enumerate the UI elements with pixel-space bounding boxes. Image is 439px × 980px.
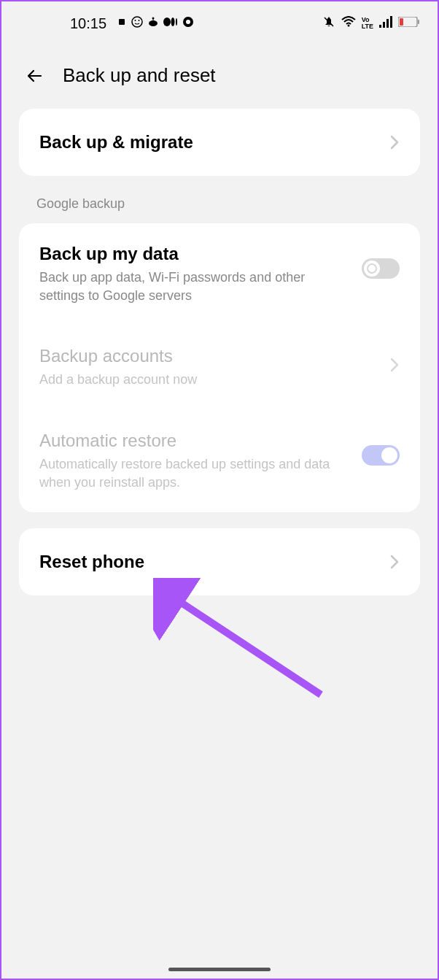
svg-point-1: [132, 17, 142, 27]
page-header: Back up and reset: [1, 42, 438, 109]
page-title: Back up and reset: [63, 64, 216, 87]
chevron-right-icon: [389, 357, 400, 373]
reddit-icon: [147, 16, 159, 31]
reset-phone-title: Reset phone: [39, 552, 144, 572]
backup-accounts-subtitle: Add a backup account now: [39, 371, 346, 389]
svg-rect-19: [418, 20, 419, 24]
medium-icon: [163, 17, 178, 30]
svg-point-13: [347, 25, 349, 27]
backup-migrate-item[interactable]: Back up & migrate: [19, 109, 420, 176]
automatic-restore-toggle: [362, 445, 400, 466]
automatic-restore-subtitle: Automatically restore backed up settings…: [39, 455, 346, 492]
status-time: 10:15: [70, 15, 106, 32]
svg-rect-15: [383, 22, 385, 28]
wifi-icon: [341, 16, 356, 31]
svg-point-8: [171, 18, 175, 26]
volte-icon: VoLTE: [362, 17, 373, 30]
backup-accounts-text: Backup accounts Add a backup account now: [39, 346, 389, 389]
app-icon-1: [117, 17, 127, 30]
backup-my-data-toggle[interactable]: [362, 258, 400, 279]
status-bar-left: 10:15: [19, 15, 194, 32]
svg-rect-20: [400, 18, 403, 26]
google-backup-card: Back up my data Back up app data, Wi-Fi …: [19, 223, 420, 512]
svg-point-2: [135, 20, 136, 21]
svg-rect-14: [379, 25, 381, 28]
svg-rect-0: [119, 19, 125, 25]
circle-icon: [182, 16, 194, 31]
back-arrow-icon: [25, 66, 45, 86]
backup-my-data-title: Back up my data: [39, 244, 362, 264]
home-indicator[interactable]: [168, 968, 271, 971]
chevron-right-icon: [389, 554, 400, 570]
status-bar-right: VoLTE: [322, 15, 420, 31]
automatic-restore-title: Automatic restore: [39, 431, 362, 451]
svg-rect-16: [386, 19, 389, 28]
back-button[interactable]: [25, 66, 45, 86]
status-bar: 10:15 VoLTE: [1, 1, 438, 42]
svg-point-4: [149, 20, 158, 26]
migrate-card: Back up & migrate: [19, 109, 420, 176]
svg-point-3: [139, 20, 140, 21]
annotation-arrow: [153, 578, 335, 709]
automatic-restore-text: Automatic restore Automatically restore …: [39, 431, 362, 492]
google-backup-header: Google backup: [1, 176, 438, 223]
svg-point-9: [176, 18, 177, 26]
chevron-right-icon: [389, 134, 400, 150]
backup-migrate-title: Back up & migrate: [39, 132, 193, 153]
reset-card: Reset phone: [19, 528, 420, 595]
backup-my-data-subtitle: Back up app data, Wi-Fi passwords and ot…: [39, 269, 346, 305]
automatic-restore-item: Automatic restore Automatically restore …: [19, 410, 420, 512]
battery-low-icon: [398, 17, 420, 30]
notification-muted-icon: [322, 15, 335, 31]
svg-line-21: [171, 596, 321, 695]
backup-my-data-text: Back up my data Back up app data, Wi-Fi …: [39, 244, 362, 305]
svg-rect-17: [390, 16, 392, 28]
reset-phone-item[interactable]: Reset phone: [19, 528, 420, 595]
backup-accounts-item[interactable]: Backup accounts Add a backup account now: [19, 325, 420, 409]
app-icon-2: [131, 16, 143, 31]
svg-point-11: [186, 20, 190, 24]
backup-accounts-title: Backup accounts: [39, 346, 389, 366]
svg-point-7: [163, 18, 171, 26]
signal-icon: [379, 16, 392, 31]
backup-my-data-item[interactable]: Back up my data Back up app data, Wi-Fi …: [19, 223, 420, 325]
